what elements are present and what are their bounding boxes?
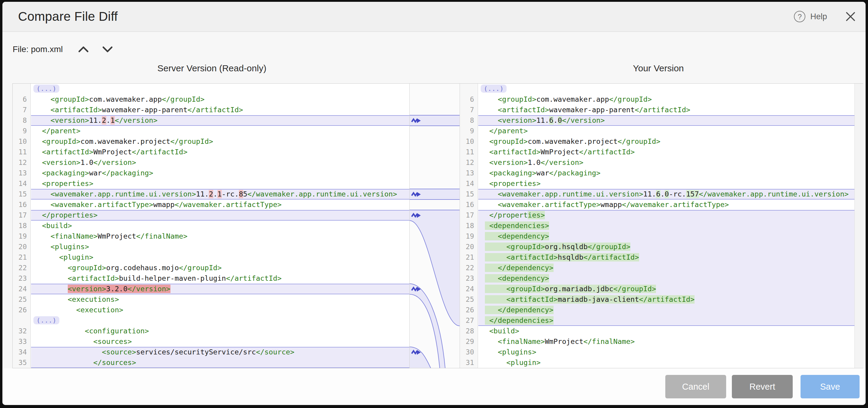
code-line-left: <executions> (31, 294, 409, 305)
code-token: </version> (128, 285, 170, 293)
code-line-right[interactable]: <finalName>WmProject</finalName> (478, 336, 855, 347)
code-token (481, 222, 485, 230)
code-token: 6 (656, 190, 660, 198)
code-line-right[interactable]: <artifactId>hsqldb</artifactId> (478, 252, 855, 263)
help-label: Help (810, 12, 827, 21)
code-token: org.mariadb.jdbc (545, 285, 613, 293)
code-line-right[interactable]: <version>11.6.0</version> (478, 115, 855, 126)
code-line-right[interactable]: <artifactId>WmProject</artifactId> (478, 147, 855, 157)
code-token: <artifactId> (33, 148, 93, 156)
apply-change-button[interactable] (411, 191, 421, 198)
code-line-left: <build> (31, 220, 409, 231)
code-line-left: <version>3.2.0</version> (31, 284, 409, 294)
line-number: 35 (13, 358, 30, 368)
code-token: <version> (481, 158, 528, 167)
line-number: 18 (13, 220, 30, 231)
previous-diff-button[interactable] (78, 46, 89, 53)
line-number: 15 (13, 189, 30, 200)
code-token: <plugins> (481, 348, 536, 356)
apply-change-button[interactable] (411, 117, 421, 124)
close-button[interactable] (844, 10, 857, 23)
line-number: 12 (460, 157, 478, 168)
collapsed-region-toggle[interactable]: (...) (33, 84, 59, 93)
code-token: <groupId> (33, 95, 89, 103)
help-button[interactable]: ? Help (794, 11, 827, 22)
code-token: </propert (481, 211, 528, 219)
code-token: org.hsqldb (545, 242, 588, 251)
chevron-up-icon (78, 46, 89, 53)
code-line-right[interactable]: (...) (478, 83, 855, 94)
code-line-right[interactable]: </properties> (478, 210, 855, 220)
right-code-pane[interactable]: (...) <groupId>com.wavemaker.app</groupI… (478, 83, 855, 368)
cancel-button[interactable]: Cancel (665, 375, 726, 398)
code-token: 1.0 (528, 158, 540, 167)
code-line-right[interactable]: <wavemaker.app.runtime.ui.version>11.6.0… (478, 189, 855, 200)
code-line-left: <plugins> (31, 242, 409, 252)
dialog-header: Compare File Diff ? Help (2, 2, 866, 32)
line-number: 28 (460, 326, 478, 336)
code-line-right[interactable]: <artifactId>mariadb-java-client</artifac… (478, 294, 855, 305)
code-line-right[interactable]: <plugin> (478, 358, 855, 368)
line-number: 21 (460, 252, 478, 263)
code-line-right[interactable]: <packaging>war</packaging> (478, 168, 855, 178)
code-token: <groupId> (485, 242, 545, 251)
code-token: 11. (536, 116, 549, 125)
code-line-right[interactable]: <dependencies> (478, 220, 855, 231)
code-line-right[interactable]: <plugins> (478, 347, 855, 358)
code-line-right[interactable]: </parent> (478, 126, 855, 136)
save-button[interactable]: Save (801, 375, 860, 398)
code-line-right[interactable]: </dependency> (478, 263, 855, 273)
code-line-right[interactable]: </dependencies> (478, 315, 855, 326)
code-line-right[interactable]: <groupId>org.mariadb.jdbc</groupId> (478, 284, 855, 294)
code-token: com.wavemaker.project (528, 137, 617, 146)
code-line-right[interactable]: <dependency> (478, 231, 855, 242)
code-token: 1.0 (81, 158, 93, 167)
code-line-right[interactable]: <groupId>com.wavemaker.app</groupId> (478, 94, 855, 105)
line-number: 10 (13, 136, 30, 147)
code-token: </artifactId> (226, 274, 282, 282)
apply-change-button[interactable] (411, 349, 421, 356)
code-token: <groupId> (33, 264, 106, 272)
line-number: 32 (13, 326, 30, 336)
line-number (13, 83, 30, 94)
code-line-right[interactable]: <groupId>org.hsqldb</groupId> (478, 242, 855, 252)
collapsed-region-toggle[interactable]: (...) (33, 316, 59, 325)
line-number: 12 (13, 157, 30, 168)
code-token: war (536, 169, 549, 177)
code-line-left: <plugin> (31, 252, 409, 263)
code-token: WmProject (540, 148, 579, 156)
code-token: <version> (33, 116, 89, 125)
line-number: 26 (460, 305, 478, 315)
code-line-right[interactable]: <dependency> (478, 273, 855, 284)
collapsed-region-toggle[interactable]: (...) (481, 84, 506, 93)
code-token: </artifactId> (639, 295, 695, 304)
code-line-right[interactable]: <artifactId>wavemaker-app-parent</artifa… (478, 105, 855, 115)
code-token: <source> (33, 348, 136, 356)
code-token: wavemaker-app-parent (549, 106, 634, 114)
right-scrollbar-track[interactable] (855, 83, 863, 368)
code-token: </parent> (33, 127, 81, 135)
code-token: <build> (481, 327, 519, 335)
line-number: 13 (460, 168, 478, 178)
code-line-left: (...) (31, 83, 409, 94)
line-number: 6 (13, 94, 30, 105)
revert-button[interactable]: Revert (732, 375, 793, 398)
apply-change-button[interactable] (411, 285, 421, 293)
code-line-right[interactable]: <version>1.0</version> (478, 157, 855, 168)
code-line-right[interactable]: <build> (478, 326, 855, 336)
code-token: 0 (665, 190, 669, 198)
code-token: 11. (196, 190, 209, 198)
code-line-right[interactable]: <properties> (478, 178, 855, 189)
code-line-right[interactable]: <wavemaker.artifactType>wmapp</wavemaker… (478, 200, 855, 210)
code-line-left: </sources> (31, 358, 409, 368)
code-line-right[interactable]: </dependency> (478, 305, 855, 315)
line-number: 23 (13, 273, 30, 284)
apply-change-button[interactable] (411, 212, 421, 219)
code-token: </groupId> (609, 95, 652, 103)
code-token: . (554, 116, 558, 125)
code-token: <groupId> (33, 137, 81, 146)
code-token: . (213, 190, 217, 198)
code-line-right[interactable]: <groupId>com.wavemaker.project</groupId> (478, 136, 855, 147)
next-diff-button[interactable] (102, 46, 113, 53)
code-token: </groupId> (162, 95, 205, 103)
